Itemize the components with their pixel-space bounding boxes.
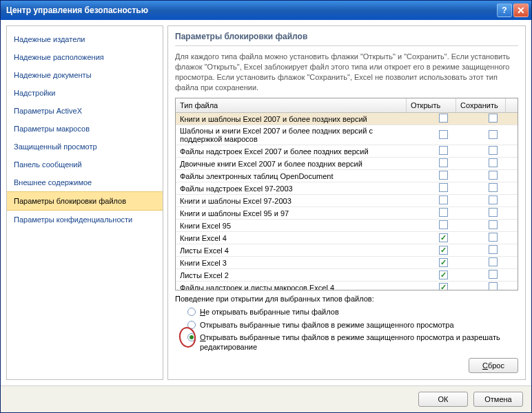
cell-open: [418, 246, 468, 255]
table-row[interactable]: Шаблоны и книги Excel 2007 и более поздн…: [176, 125, 518, 145]
table-body[interactable]: Книги и шаблоны Excel 2007 и более поздн…: [176, 113, 518, 290]
sidebar-item[interactable]: Параметры блокировки файлов: [7, 191, 163, 211]
table-row[interactable]: Книги и шаблоны Excel 97-2003: [176, 195, 518, 207]
open-checkbox[interactable]: [439, 146, 448, 155]
ok-button[interactable]: ОК: [418, 392, 468, 407]
open-checkbox[interactable]: [439, 208, 448, 217]
table-row[interactable]: Файлы надстроек и листы макросов Excel 4: [176, 282, 518, 290]
cell-filetype: Файлы надстроек Excel 97-2003: [176, 183, 418, 194]
table-row[interactable]: Файлы надстроек Excel 2007 и более поздн…: [176, 145, 518, 158]
radio-label: Открывать выбранные типы файлов в режиме…: [200, 320, 454, 330]
header-save[interactable]: Сохранить: [456, 98, 506, 112]
save-checkbox[interactable]: [489, 220, 498, 229]
radio-option[interactable]: Не открывать выбранные типы файлов: [175, 306, 518, 318]
table-row[interactable]: Книги Excel 4: [176, 232, 518, 244]
cell-filetype: Листы Excel 4: [176, 245, 418, 256]
sidebar-item[interactable]: Параметры ActiveX: [7, 102, 163, 120]
open-checkbox[interactable]: [439, 130, 448, 139]
radio-label: Открывать выбранные типы файлов в режиме…: [200, 332, 518, 352]
sidebar-item[interactable]: Панель сообщений: [7, 156, 163, 173]
table-row[interactable]: Листы Excel 2: [176, 269, 518, 282]
save-checkbox[interactable]: [489, 270, 498, 279]
save-checkbox[interactable]: [489, 257, 498, 266]
table-row[interactable]: Книги и шаблоны Excel 95 и 97: [176, 207, 518, 220]
cell-save: [468, 195, 518, 206]
save-checkbox[interactable]: [489, 195, 498, 204]
cell-open: [418, 183, 468, 193]
open-checkbox[interactable]: [439, 258, 448, 267]
window-title: Центр управления безопасностью: [3, 6, 497, 15]
open-checkbox[interactable]: [439, 233, 448, 242]
cell-filetype: Двоичные книги Excel 2007 и более поздни…: [176, 158, 418, 169]
cell-save: [468, 282, 518, 290]
sidebar-item[interactable]: Параметры макросов: [7, 120, 163, 138]
table-row[interactable]: Книги и шаблоны Excel 2007 и более поздн…: [176, 113, 518, 125]
help-button[interactable]: ?: [497, 3, 512, 17]
radio-label: Не открывать выбранные типы файлов: [200, 307, 339, 317]
cell-open: [418, 233, 468, 242]
cell-save: [468, 130, 518, 140]
cell-filetype: Книги Excel 4: [176, 233, 418, 244]
radio-option[interactable]: Открывать выбранные типы файлов в режиме…: [175, 331, 518, 354]
open-checkbox[interactable]: [439, 114, 448, 123]
cell-filetype: Книги и шаблоны Excel 97-2003: [176, 195, 418, 206]
header-open[interactable]: Открыть: [407, 98, 456, 112]
header-filetype[interactable]: Тип файла: [176, 98, 407, 112]
open-checkbox[interactable]: [439, 220, 448, 229]
sidebar-item[interactable]: Внешнее содержимое: [7, 173, 163, 191]
dialog-footer: ОК Отмена: [1, 385, 531, 412]
cell-save: [468, 257, 518, 268]
sidebar-item[interactable]: Надстройки: [7, 84, 163, 102]
radio-button[interactable]: [187, 321, 196, 329]
cell-filetype: Файлы надстроек Excel 2007 и более поздн…: [176, 146, 418, 157]
save-checkbox[interactable]: [489, 130, 498, 139]
save-checkbox[interactable]: [489, 158, 498, 167]
cell-open: [418, 220, 468, 231]
save-checkbox[interactable]: [489, 146, 498, 155]
trust-center-dialog: Центр управления безопасностью ? ✕ Надеж…: [0, 0, 532, 413]
open-checkbox[interactable]: [439, 158, 448, 167]
cancel-button[interactable]: Отмена: [473, 392, 523, 407]
reset-button[interactable]: Сброс: [469, 358, 518, 373]
table-row[interactable]: Двоичные книги Excel 2007 и более поздни…: [176, 158, 518, 170]
sidebar-item[interactable]: Защищенный просмотр: [7, 138, 163, 156]
open-checkbox[interactable]: [439, 283, 448, 290]
radio-button[interactable]: [187, 333, 196, 341]
table-row[interactable]: Файлы надстроек Excel 97-2003: [176, 182, 518, 195]
header-scroll-gap: [506, 98, 518, 112]
save-checkbox[interactable]: [489, 208, 498, 217]
open-checkbox[interactable]: [439, 246, 448, 255]
cell-save: [468, 171, 518, 181]
sidebar-item[interactable]: Надежные документы: [7, 66, 163, 84]
sidebar-item[interactable]: Параметры конфиденциальности: [7, 211, 163, 229]
save-checkbox[interactable]: [489, 183, 498, 192]
open-checkbox[interactable]: [439, 171, 448, 180]
cell-open: [418, 130, 468, 140]
open-checkbox[interactable]: [439, 183, 448, 192]
cell-save: [468, 220, 518, 231]
table-row[interactable]: Листы Excel 4: [176, 244, 518, 257]
cell-filetype: Листы Excel 2: [176, 270, 418, 281]
cell-save: [468, 208, 518, 218]
cell-save: [468, 158, 518, 169]
save-checkbox[interactable]: [489, 233, 498, 242]
sidebar-item[interactable]: Надежные издатели: [7, 30, 163, 48]
sidebar: Надежные издателиНадежные расположенияНа…: [6, 25, 163, 380]
cell-filetype: Книги Excel 3: [176, 257, 418, 268]
table-row[interactable]: Книги Excel 95: [176, 220, 518, 232]
save-checkbox[interactable]: [489, 282, 498, 290]
table-row[interactable]: Книги Excel 3: [176, 257, 518, 269]
save-checkbox[interactable]: [489, 171, 498, 180]
open-checkbox[interactable]: [439, 195, 448, 204]
save-checkbox[interactable]: [489, 114, 498, 123]
close-button[interactable]: ✕: [513, 3, 529, 17]
open-checkbox[interactable]: [439, 271, 448, 279]
cell-filetype: Файлы электронных таблиц OpenDocument: [176, 171, 418, 182]
save-checkbox[interactable]: [489, 245, 498, 254]
sidebar-item[interactable]: Надежные расположения: [7, 48, 163, 66]
cell-save: [468, 245, 518, 255]
radio-button[interactable]: [187, 308, 196, 316]
cell-open: [418, 283, 468, 290]
table-row[interactable]: Файлы электронных таблиц OpenDocument: [176, 170, 518, 182]
radio-option[interactable]: Открывать выбранные типы файлов в режиме…: [175, 319, 518, 331]
